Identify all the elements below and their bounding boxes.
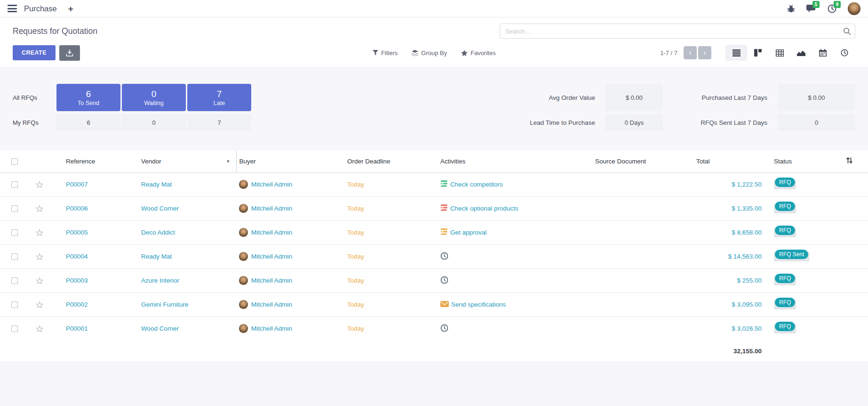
row-checkbox[interactable] xyxy=(11,325,18,332)
to-send-tile[interactable]: 6 To Send xyxy=(56,84,120,111)
kanban-view-button[interactable] xyxy=(747,45,769,61)
avg-order-value-tile[interactable]: $ 0.00 xyxy=(605,84,663,111)
vendor-link[interactable]: Wood Corner xyxy=(141,205,179,212)
my-to-send-tile[interactable]: 6 xyxy=(56,114,120,131)
row-checkbox[interactable] xyxy=(11,181,18,188)
favorites-button[interactable]: Favorites xyxy=(461,49,495,57)
order-deadline-header[interactable]: Order Deadline xyxy=(343,150,438,172)
vendor-link[interactable]: Ready Mat xyxy=(141,253,172,260)
rfqs-sent-last-7-days-tile[interactable]: 0 xyxy=(778,114,855,131)
buyer-header[interactable]: Buyer xyxy=(236,150,343,172)
reference-link[interactable]: P00007 xyxy=(66,181,88,188)
favorite-star-icon[interactable]: ☆ xyxy=(26,276,53,285)
search-icon[interactable] xyxy=(843,27,851,37)
reference-header[interactable]: Reference xyxy=(53,150,136,172)
favorite-star-icon[interactable]: ☆ xyxy=(26,300,53,309)
buyer-link[interactable]: Mitchell Admin xyxy=(251,205,292,212)
activity-label[interactable]: Check competitors xyxy=(450,181,503,188)
buyer-link[interactable]: Mitchell Admin xyxy=(251,277,292,284)
reference-link[interactable]: P00001 xyxy=(66,325,88,332)
pager-previous-button[interactable]: ‹ xyxy=(684,46,697,59)
reference-link[interactable]: P00003 xyxy=(66,277,88,284)
lead-time-to-purchase-tile[interactable]: 0 Days xyxy=(605,114,663,131)
reference-link[interactable]: P00004 xyxy=(66,253,88,260)
user-avatar[interactable] xyxy=(848,2,860,15)
activity-cell[interactable]: Check competitors xyxy=(438,180,583,188)
buyer-link[interactable]: Mitchell Admin xyxy=(251,181,292,188)
table-row[interactable]: ☆ P00007 Ready Mat Mitchell Admin Today … xyxy=(0,172,868,196)
buyer-link[interactable]: Mitchell Admin xyxy=(251,301,292,308)
activity-label[interactable]: Get approval xyxy=(450,229,486,236)
debug-bug-icon[interactable] xyxy=(787,5,795,13)
table-row[interactable]: ☆ P00006 Wood Corner Mitchell Admin Toda… xyxy=(0,196,868,220)
my-rfqs-label[interactable]: My RFQs xyxy=(13,114,55,131)
row-checkbox[interactable] xyxy=(11,253,18,260)
table-row[interactable]: ☆ P00002 Gemini Furniture Mitchell Admin… xyxy=(0,292,868,317)
create-button[interactable]: CREATE xyxy=(13,45,56,60)
reference-link[interactable]: P00005 xyxy=(66,229,88,236)
activities-clock-icon[interactable]: 9 xyxy=(828,4,836,13)
activity-cell[interactable] xyxy=(438,276,583,285)
activity-cell[interactable] xyxy=(438,252,583,261)
pager-next-button[interactable]: › xyxy=(698,46,711,59)
buyer-link[interactable]: Mitchell Admin xyxy=(251,253,292,260)
status-header[interactable]: Status xyxy=(764,150,830,172)
activities-header[interactable]: Activities xyxy=(438,150,583,172)
messages-icon[interactable]: 5 xyxy=(806,4,816,13)
late-tile[interactable]: 7 Late xyxy=(187,84,251,111)
list-view-button[interactable] xyxy=(725,45,747,61)
row-checkbox[interactable] xyxy=(11,205,18,212)
order-deadline-value: Today xyxy=(343,301,364,308)
graph-view-button[interactable] xyxy=(790,45,812,61)
export-button[interactable] xyxy=(59,45,80,61)
vendor-header[interactable]: Vendor▾ xyxy=(136,150,236,172)
search-input[interactable] xyxy=(500,24,855,38)
my-waiting-tile[interactable]: 0 xyxy=(122,114,186,131)
select-all-checkbox[interactable] xyxy=(11,158,18,165)
row-checkbox[interactable] xyxy=(11,277,18,284)
buyer-link[interactable]: Mitchell Admin xyxy=(251,229,292,236)
vendor-link[interactable]: Azure Interior xyxy=(141,277,179,284)
favorite-star-icon[interactable]: ☆ xyxy=(26,180,53,189)
buyer-link[interactable]: Mitchell Admin xyxy=(251,325,292,332)
app-name[interactable]: Purchase xyxy=(24,4,57,13)
activity-view-button[interactable] xyxy=(834,45,855,61)
pivot-view-button[interactable] xyxy=(769,45,790,61)
purchased-last-7-days-tile[interactable]: $ 0.00 xyxy=(778,84,855,111)
total-header[interactable]: Total xyxy=(696,150,764,172)
waiting-tile[interactable]: 0 Waiting xyxy=(122,84,186,111)
all-rfqs-label[interactable]: All RFQs xyxy=(13,84,55,111)
activity-cell[interactable] xyxy=(438,324,583,333)
activity-cell[interactable]: Get approval xyxy=(438,228,583,236)
favorite-star-icon[interactable]: ☆ xyxy=(26,204,53,213)
table-row[interactable]: ☆ P00001 Wood Corner Mitchell Admin Toda… xyxy=(0,317,868,341)
activity-cell[interactable]: Check optional products xyxy=(438,204,583,212)
row-checkbox[interactable] xyxy=(11,301,18,308)
source-document-header[interactable]: Source Document xyxy=(583,150,696,172)
table-row[interactable]: ☆ P00005 Deco Addict Mitchell Admin Toda… xyxy=(0,220,868,244)
activity-cell[interactable]: Send specifications xyxy=(438,301,583,309)
favorite-star-icon[interactable]: ☆ xyxy=(26,324,53,333)
download-icon xyxy=(66,49,73,57)
vendor-link[interactable]: Gemini Furniture xyxy=(141,301,189,308)
activity-label[interactable]: Check optional products xyxy=(450,205,518,212)
vendor-link[interactable]: Deco Addict xyxy=(141,229,175,236)
favorite-star-icon[interactable]: ☆ xyxy=(26,252,53,261)
vendor-link[interactable]: Wood Corner xyxy=(141,325,179,332)
reference-link[interactable]: P00002 xyxy=(66,301,88,308)
vendor-link[interactable]: Ready Mat xyxy=(141,181,172,188)
tasks-icon xyxy=(440,228,448,236)
calendar-view-button[interactable] xyxy=(812,45,834,61)
apps-menu-icon[interactable] xyxy=(8,5,17,12)
favorite-star-icon[interactable]: ☆ xyxy=(26,228,53,237)
row-checkbox[interactable] xyxy=(11,229,18,236)
group-by-button[interactable]: Group By xyxy=(412,49,447,57)
table-row[interactable]: ☆ P00003 Azure Interior Mitchell Admin T… xyxy=(0,268,868,292)
filters-button[interactable]: Filters xyxy=(373,49,398,57)
my-late-tile[interactable]: 7 xyxy=(187,114,251,131)
table-row[interactable]: ☆ P00004 Ready Mat Mitchell Admin Today … xyxy=(0,244,868,268)
optional-columns-button[interactable] xyxy=(830,150,868,172)
activity-label[interactable]: Send specifications xyxy=(451,301,506,308)
new-tab-button[interactable]: + xyxy=(68,4,73,13)
reference-link[interactable]: P00006 xyxy=(66,205,88,212)
